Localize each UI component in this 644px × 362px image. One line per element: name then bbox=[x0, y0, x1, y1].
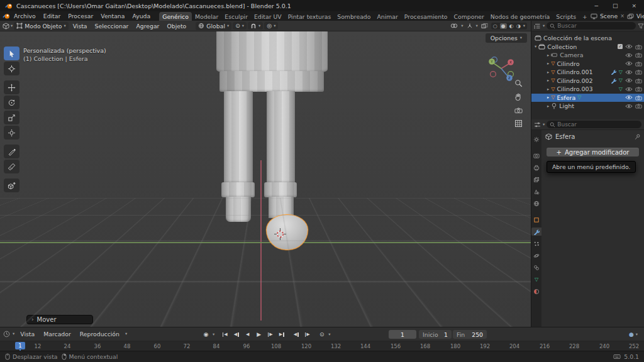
tab-procesamiento[interactable]: Procesamiento bbox=[401, 12, 451, 21]
pin-icon[interactable] bbox=[635, 134, 640, 140]
hide-eye-icon[interactable] bbox=[625, 53, 633, 58]
proportional-edit-select[interactable]: ◎ ▾ bbox=[264, 22, 278, 30]
hide-eye-icon[interactable] bbox=[625, 44, 633, 49]
tab-object[interactable] bbox=[531, 216, 541, 224]
tab-editar-uv[interactable]: Editar UV bbox=[251, 12, 285, 21]
tab-pintar-texturas[interactable]: Pintar texturas bbox=[285, 12, 335, 21]
shading-wireframe-button[interactable]: ○ bbox=[493, 23, 497, 29]
tool-rotate[interactable] bbox=[4, 96, 19, 109]
play-reverse-button[interactable]: ◀ bbox=[243, 330, 252, 339]
tab-componer[interactable]: Componer bbox=[451, 12, 487, 21]
outliner-search-input[interactable] bbox=[557, 23, 633, 29]
model-left-leg-cylinder[interactable] bbox=[224, 91, 253, 183]
keying-set-button[interactable]: ⊙ bbox=[317, 330, 326, 339]
editor-type-caret-icon[interactable]: ▾ bbox=[11, 24, 13, 28]
shading-caret-icon[interactable]: ▾ bbox=[523, 24, 525, 28]
tab-esculpir[interactable]: Esculpir bbox=[221, 12, 251, 21]
timeline-ruler[interactable]: 1 12 24 36 48 60 72 84 96 108 120 132 14… bbox=[0, 341, 644, 351]
tool-measure[interactable] bbox=[4, 160, 19, 173]
hide-eye-icon[interactable] bbox=[625, 104, 633, 109]
menu-archivo[interactable]: Archivo bbox=[10, 11, 40, 21]
timeline-editor-icon[interactable] bbox=[3, 331, 10, 337]
hide-eye-icon[interactable] bbox=[625, 95, 633, 100]
tool-scale[interactable] bbox=[4, 111, 19, 124]
viewlayer-selector[interactable]: ViewLayer bbox=[636, 13, 644, 19]
filter-funnel-icon[interactable] bbox=[638, 23, 644, 29]
menu-procesar[interactable]: Procesar bbox=[64, 11, 97, 21]
outliner-row-cilindro-002[interactable]: ▸ ▽ Cilindro.002 ▽ bbox=[531, 77, 644, 85]
blender-menu-icon[interactable] bbox=[3, 13, 10, 19]
disable-render-camera-icon[interactable] bbox=[635, 86, 642, 92]
hide-eye-icon[interactable] bbox=[625, 78, 633, 83]
tool-move[interactable] bbox=[4, 80, 19, 94]
tab-object-data[interactable]: ▽ bbox=[531, 275, 541, 283]
disable-render-camera-icon[interactable] bbox=[635, 44, 642, 50]
mode-select[interactable]: Modo Objeto ▾ bbox=[14, 22, 68, 30]
disable-render-camera-icon[interactable] bbox=[635, 78, 642, 84]
outliner-row-light[interactable]: ▸ Light bbox=[531, 102, 644, 111]
outliner-row-collection[interactable]: ▾ Collection ✓ bbox=[531, 43, 644, 52]
timeline-editor-caret-icon[interactable]: ▾ bbox=[13, 332, 14, 336]
scene-clear-icon[interactable]: × bbox=[620, 13, 625, 19]
next-frame-button[interactable]: ▶ bbox=[303, 330, 312, 339]
auto-key-button[interactable]: ◉ bbox=[201, 330, 211, 339]
frame-start-field[interactable]: Inicio 1 bbox=[419, 330, 452, 339]
outliner-row-esfera-selected[interactable]: ▸ ▽ Esfera ▽ bbox=[531, 94, 644, 102]
playhead[interactable]: 1 bbox=[15, 342, 25, 349]
operator-panel-mover[interactable]: › Mover bbox=[26, 315, 93, 324]
overlays-icon[interactable] bbox=[450, 23, 458, 28]
model-hips-cylinder[interactable] bbox=[219, 71, 324, 92]
tab-scene[interactable] bbox=[531, 187, 541, 195]
outliner-row-camera[interactable]: ▸ Camera bbox=[531, 51, 644, 60]
menu-ventana[interactable]: Ventana bbox=[97, 11, 128, 21]
menu-editar[interactable]: Editar bbox=[40, 11, 65, 21]
timeline-menu-vista[interactable]: Vista bbox=[17, 331, 38, 337]
tool-add-cube[interactable] bbox=[4, 178, 19, 192]
expand-icon[interactable]: ▸ bbox=[547, 104, 549, 109]
disable-render-camera-icon[interactable] bbox=[635, 52, 642, 58]
expand-icon[interactable]: ▸ bbox=[547, 79, 549, 83]
camera-view-icon[interactable] bbox=[514, 107, 523, 114]
pivot-select[interactable]: ⊙ ▾ bbox=[233, 22, 247, 30]
orientation-select[interactable]: Global ▾ bbox=[196, 22, 231, 30]
model-torso-cylinder[interactable] bbox=[216, 31, 328, 72]
properties-editor-icon[interactable] bbox=[534, 122, 541, 128]
properties-editor-caret-icon[interactable]: ▾ bbox=[543, 123, 545, 127]
tool-cursor[interactable] bbox=[4, 62, 19, 75]
disable-render-camera-icon[interactable] bbox=[635, 103, 642, 109]
menu-ayuda[interactable]: Ayuda bbox=[128, 11, 154, 21]
model-right-leg-cylinder[interactable] bbox=[267, 91, 295, 183]
tab-sombreado[interactable]: Sombreado bbox=[334, 12, 374, 21]
zoom-icon[interactable] bbox=[514, 79, 523, 87]
outliner-row-cilindro-001[interactable]: ▸ ▽ Cilindro.001 ▽ bbox=[531, 68, 644, 77]
timeline-menu-marcador[interactable]: Marcador bbox=[40, 331, 74, 337]
add-workspace-button[interactable]: + bbox=[579, 12, 591, 21]
add-modifier-button[interactable]: + Agregar modificador bbox=[547, 148, 639, 156]
reproduccion-caret-icon[interactable]: ▾ bbox=[125, 332, 127, 336]
menu-vista[interactable]: Vista bbox=[70, 23, 91, 30]
gizmos-icon[interactable] bbox=[467, 23, 473, 29]
collection-checkbox[interactable]: ✓ bbox=[618, 44, 623, 49]
play-button[interactable]: ▶ bbox=[254, 330, 264, 339]
expand-icon[interactable]: ▸ bbox=[547, 53, 549, 58]
model-left-shin-cylinder[interactable] bbox=[226, 197, 251, 222]
properties-search[interactable] bbox=[547, 121, 641, 128]
jump-to-start-button[interactable]: ◀ bbox=[220, 330, 230, 339]
outliner-row-cilindro-003[interactable]: ▸ ▽ Cilindro.003 ▽ bbox=[531, 85, 644, 94]
shading-rendered-button[interactable]: ◑ bbox=[516, 23, 521, 29]
perspective-toggle-icon[interactable] bbox=[514, 119, 523, 128]
tab-nodos-geometria[interactable]: Nodos de geometría bbox=[487, 12, 553, 21]
outliner-row-cilindro[interactable]: ▸ ▽ Cilindro bbox=[531, 60, 644, 69]
properties-search-input[interactable] bbox=[557, 121, 638, 128]
tool-transform[interactable] bbox=[4, 126, 19, 140]
prev-keyframe-button[interactable]: ◀ bbox=[231, 330, 241, 339]
menu-agregar[interactable]: Agregar bbox=[133, 23, 162, 30]
outliner-editor-caret-icon[interactable]: ▾ bbox=[543, 24, 545, 28]
tab-modifiers-active[interactable] bbox=[531, 228, 541, 236]
viewport-canvas[interactable]: Personalizada (perspectiva) (1) Collecti… bbox=[0, 31, 531, 327]
timeline-menu-reproduccion[interactable]: Reproducción bbox=[77, 331, 123, 337]
gizmos-caret-icon[interactable]: ▾ bbox=[476, 24, 478, 28]
model-right-boot-cuff[interactable] bbox=[264, 182, 297, 197]
outliner-editor-icon[interactable] bbox=[534, 23, 541, 29]
tab-material[interactable] bbox=[531, 287, 541, 295]
